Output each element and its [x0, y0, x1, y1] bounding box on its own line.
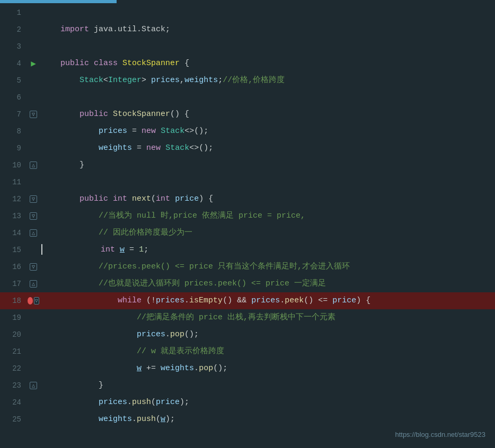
code-content: //也就是说进入循环则 prices.peek() <= price 一定满足	[39, 275, 495, 292]
table-row: 24 prices.push(price);	[0, 394, 495, 411]
line-number: 15	[0, 241, 28, 258]
code-content: // 因此价格跨度最少为一	[39, 225, 495, 241]
fold-icon[interactable]: △	[30, 229, 37, 237]
fold-icon[interactable]: ▽	[30, 212, 37, 220]
gutter: ▽	[28, 258, 39, 275]
code-content	[39, 174, 495, 191]
gutter	[28, 72, 39, 89]
table-row: 19 //把满足条件的 price 出栈,再去判断栈中下一个元素	[0, 309, 495, 326]
code-content: Stack<Integer> prices,weights;//价格,价格跨度	[39, 72, 495, 89]
line-number: 11	[0, 174, 28, 191]
line-number: 23	[0, 377, 28, 394]
line-number: 3	[0, 38, 28, 55]
line-number: 25	[0, 411, 28, 428]
code-content: }	[39, 157, 495, 174]
table-row: 23△ }	[0, 377, 495, 394]
gutter: ▽	[28, 208, 39, 225]
code-content: //当栈为 null 时,price 依然满足 price = price,	[39, 208, 495, 225]
table-row: 22 w += weights.pop();	[0, 360, 495, 377]
table-row: 6	[0, 89, 495, 106]
table-row: 1	[0, 4, 495, 21]
table-row: 2 import java.util.Stack;	[0, 21, 495, 38]
breakpoint-icon[interactable]	[28, 297, 33, 304]
line-number: 12	[0, 191, 28, 208]
gutter	[28, 326, 39, 343]
code-content: public class StockSpanner {	[39, 55, 495, 72]
line-number: 1	[0, 4, 28, 21]
code-content	[39, 4, 495, 21]
gutter: △	[28, 225, 39, 241]
gutter: △	[28, 157, 39, 174]
table-row: 16▽ //prices.peek() <= price 只有当这个条件满足时,…	[0, 258, 495, 275]
cursor-indicator	[41, 244, 42, 255]
table-row: 13▽ //当栈为 null 时,price 依然满足 price = pric…	[0, 208, 495, 225]
line-number: 21	[0, 343, 28, 360]
fold-icon[interactable]: ▽	[30, 195, 37, 203]
code-content: //把满足条件的 price 出栈,再去判断栈中下一个元素	[39, 309, 495, 326]
fold-icon[interactable]: ▽	[30, 111, 37, 118]
table-row: 4▶ public class StockSpanner {	[0, 55, 495, 72]
line-number: 24	[0, 394, 28, 411]
code-content: weights = new Stack<>();	[39, 140, 495, 157]
gutter	[28, 123, 39, 140]
line-number: 18	[0, 292, 28, 309]
fold-icon[interactable]: △	[30, 382, 37, 389]
table-row: 3	[0, 38, 495, 55]
code-content	[39, 38, 495, 55]
gutter	[28, 343, 39, 360]
line-number: 22	[0, 360, 28, 377]
table-row: 21 // w 就是表示价格跨度	[0, 343, 495, 360]
gutter: ▶	[28, 55, 39, 72]
gutter	[28, 38, 39, 55]
code-editor: 12 import java.util.Stack;34▶ public cla…	[0, 0, 495, 448]
code-content: public int next(int price) {	[39, 191, 495, 208]
line-number: 20	[0, 326, 28, 343]
fold-icon[interactable]: ▽	[34, 297, 39, 304]
gutter	[28, 360, 39, 377]
code-content: prices.pop();	[39, 326, 495, 343]
gutter: ▽	[28, 191, 39, 208]
fold-icon[interactable]: ▽	[30, 263, 37, 271]
gutter	[28, 411, 39, 428]
table-row: 11	[0, 174, 495, 191]
gutter	[28, 309, 39, 326]
table-row: 15 int w = 1;	[0, 241, 495, 258]
table-row: 17△ //也就是说进入循环则 prices.peek() <= price 一…	[0, 275, 495, 292]
fold-icon[interactable]: △	[30, 280, 37, 288]
code-content: weights.push(w);	[39, 411, 495, 428]
table-row: 20 prices.pop();	[0, 326, 495, 343]
fold-icon[interactable]: △	[30, 162, 37, 169]
line-number: 10	[0, 157, 28, 174]
code-content: //prices.peek() <= price 只有当这个条件满足时,才会进入…	[39, 258, 495, 275]
code-content: while (!prices.isEmpty() && prices.peek(…	[39, 292, 495, 309]
table-row: 18▽ while (!prices.isEmpty() && prices.p…	[0, 292, 495, 309]
line-number: 5	[0, 72, 28, 89]
code-content: import java.util.Stack;	[39, 21, 495, 38]
code-area[interactable]: 12 import java.util.Stack;34▶ public cla…	[0, 3, 495, 428]
line-number: 2	[0, 21, 28, 38]
code-content	[39, 89, 495, 106]
table-row: 25 weights.push(w);	[0, 411, 495, 428]
watermark: https://blog.csdn.net/star9523	[395, 431, 485, 438]
code-content: public StockSpanner() {	[39, 106, 495, 123]
code-content: int w = 1;	[39, 241, 495, 258]
table-row: 8 prices = new Stack<>();	[0, 123, 495, 140]
gutter	[28, 140, 39, 157]
code-content: prices.push(price);	[39, 394, 495, 411]
line-number: 9	[0, 140, 28, 157]
gutter	[28, 89, 39, 106]
run-arrow-icon[interactable]: ▶	[31, 58, 36, 69]
table-row: 12▽ public int next(int price) {	[0, 191, 495, 208]
gutter: ▽	[28, 292, 39, 309]
gutter: △	[28, 275, 39, 292]
gutter	[28, 241, 39, 258]
table-row: 5 Stack<Integer> prices,weights;//价格,价格跨…	[0, 72, 495, 89]
table-row: 14△ // 因此价格跨度最少为一	[0, 225, 495, 241]
line-number: 7	[0, 106, 28, 123]
gutter	[28, 4, 39, 21]
code-content: prices = new Stack<>();	[39, 123, 495, 140]
table-row: 9 weights = new Stack<>();	[0, 140, 495, 157]
line-number: 14	[0, 225, 28, 241]
gutter: △	[28, 377, 39, 394]
line-number: 13	[0, 208, 28, 225]
